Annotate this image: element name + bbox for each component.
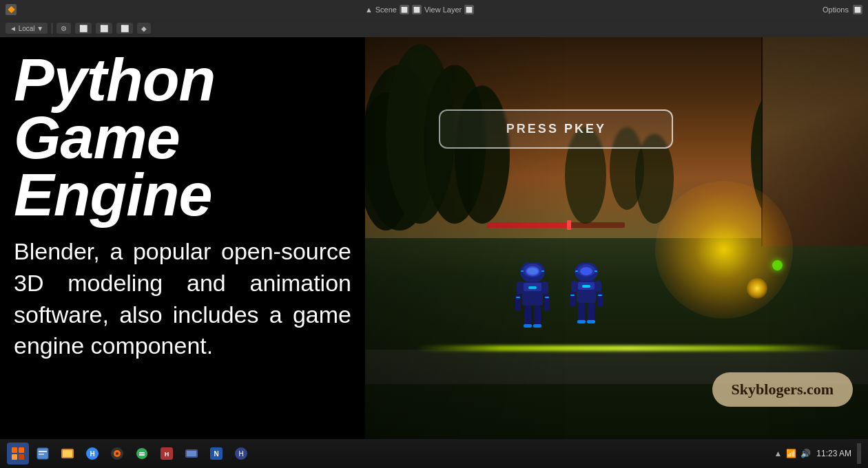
- app-icon-6: [134, 446, 149, 461]
- svg-rect-38: [582, 285, 590, 288]
- page-title: Python Game Engine: [14, 51, 351, 224]
- svg-point-33: [580, 267, 592, 275]
- ground-plane: [365, 238, 868, 439]
- svg-rect-40: [595, 281, 601, 292]
- svg-point-15: [527, 268, 538, 275]
- view-layer-icon: ⬜: [464, 5, 474, 14]
- light-spot-2: [747, 278, 767, 299]
- taskbar-icon-4[interactable]: H: [81, 443, 103, 465]
- svg-rect-47: [577, 320, 586, 323]
- svg-rect-22: [541, 281, 548, 294]
- system-tray: ▲ 📶 🔊: [774, 449, 811, 458]
- show-desktop-btn[interactable]: [857, 443, 861, 464]
- svg-rect-41: [570, 292, 575, 307]
- scene-label: ▲: [365, 6, 373, 14]
- scene-icon: ⬜: [400, 5, 409, 14]
- tool-btn-5[interactable]: ◆: [137, 23, 151, 34]
- svg-rect-50: [19, 447, 24, 453]
- taskbar-icon-7[interactable]: H: [156, 443, 178, 465]
- svg-rect-69: [187, 451, 196, 456]
- svg-rect-23: [515, 294, 521, 311]
- options-label: Options: [823, 6, 849, 14]
- health-bar-background: [487, 222, 625, 228]
- cursor-btn[interactable]: ◄ Local ▼: [6, 23, 48, 34]
- tool-btn-1[interactable]: ⚙: [56, 23, 71, 34]
- taskbar-icons-group: H H N H: [7, 443, 252, 465]
- tool-btn-4[interactable]: ⬜: [116, 23, 133, 34]
- svg-point-4: [455, 85, 510, 224]
- svg-rect-52: [19, 454, 24, 460]
- svg-point-62: [116, 452, 118, 455]
- svg-rect-42: [597, 292, 603, 307]
- svg-text:H: H: [238, 450, 243, 458]
- taskbar-icon-8[interactable]: [180, 443, 203, 465]
- svg-rect-21: [517, 281, 524, 294]
- health-bar-fill: [487, 222, 570, 228]
- title-bar-left: 🔶: [6, 4, 17, 15]
- app-icon-9: N: [209, 446, 224, 461]
- main-content-area: Python Game Engine Blender, a popular op…: [0, 37, 868, 439]
- svg-rect-48: [587, 320, 595, 323]
- brand-badge: Skyblogers.com: [712, 372, 854, 407]
- svg-rect-34: [575, 270, 578, 272]
- view-icon1: ⬜: [412, 5, 422, 14]
- svg-rect-64: [139, 452, 145, 454]
- taskbar-icon-10[interactable]: H: [230, 443, 252, 465]
- ground-glow-strip: [415, 345, 843, 351]
- tray-icon-wifi: 📶: [786, 449, 796, 458]
- svg-rect-20: [528, 286, 537, 289]
- clock-time: 11:23 AM: [816, 449, 851, 458]
- svg-rect-29: [524, 324, 532, 328]
- fullscreen-icon: ⬜: [853, 5, 862, 14]
- tool-btn-3[interactable]: ⬜: [96, 23, 112, 34]
- app-icon-10: H: [234, 446, 249, 461]
- title-bar-right: Options ⬜: [823, 5, 862, 14]
- svg-text:H: H: [90, 450, 94, 458]
- app-icon-8: [184, 446, 199, 461]
- tray-icon-volume: 🔊: [800, 449, 811, 458]
- scene-light: [655, 181, 793, 319]
- svg-text:N: N: [214, 450, 218, 458]
- svg-rect-54: [39, 451, 47, 452]
- health-bar-area: [487, 222, 625, 228]
- windows-taskbar[interactable]: H H N H ▲ 📶 🔊 11:23 AM: [0, 439, 868, 468]
- title-bar-center: ▲ Scene ⬜ ⬜ View Layer ⬜: [365, 5, 474, 14]
- light-spot-3: [772, 260, 783, 270]
- toolbar-separator-1: [52, 23, 52, 34]
- app-icon-3: [60, 446, 75, 461]
- health-bar-marker: [567, 220, 571, 230]
- taskbar-icon-1[interactable]: [7, 443, 29, 465]
- svg-rect-65: [139, 454, 145, 456]
- time-display: 11:23 AM: [816, 449, 851, 458]
- taskbar-icon-5[interactable]: [106, 443, 128, 465]
- left-info-panel: Python Game Engine Blender, a popular op…: [0, 37, 365, 439]
- taskbar-icon-9[interactable]: N: [205, 443, 227, 465]
- title-bar: 🔶 ▲ Scene ⬜ ⬜ View Layer ⬜ Options ⬜: [0, 0, 868, 19]
- brand-name: Skyblogers.com: [732, 381, 834, 398]
- svg-rect-57: [63, 450, 72, 457]
- robot-character-right: [566, 263, 606, 330]
- svg-rect-24: [544, 294, 550, 311]
- description-text: Blender, a popular open-source 3D modeli…: [14, 236, 351, 363]
- tool-btn-2[interactable]: ⬜: [75, 23, 92, 34]
- svg-rect-43: [570, 295, 575, 296]
- taskbar-right-area: ▲ 📶 🔊 11:23 AM: [774, 443, 861, 464]
- app-icon-7: H: [159, 446, 174, 461]
- svg-rect-26: [545, 297, 549, 298]
- svg-text:H: H: [165, 451, 169, 458]
- svg-rect-49: [12, 447, 17, 453]
- taskbar-icon-6[interactable]: [131, 443, 153, 465]
- press-pkey-text: PRESS PKEY: [482, 122, 630, 136]
- game-scene-panel: PRESS PKEY: [365, 37, 868, 439]
- svg-rect-17: [541, 270, 544, 272]
- svg-rect-30: [533, 324, 541, 328]
- view-layer-label: View Layer: [424, 6, 462, 14]
- taskbar-icon-2[interactable]: [32, 443, 54, 465]
- app-icon-5: [110, 446, 125, 461]
- taskbar-icon-3[interactable]: [56, 443, 79, 465]
- svg-rect-25: [516, 297, 520, 298]
- svg-rect-51: [12, 454, 17, 460]
- app-icon-2: [35, 446, 50, 461]
- blender-logo-icon: 🔶: [6, 4, 17, 15]
- svg-rect-39: [571, 281, 577, 292]
